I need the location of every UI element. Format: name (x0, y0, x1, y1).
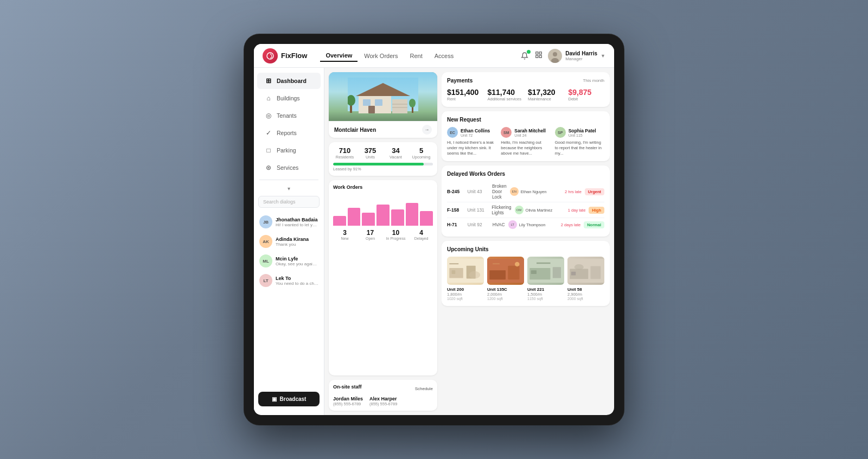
dialog-info: Lek To You need to do a check (276, 276, 318, 286)
stat-units-label: Units (359, 155, 382, 160)
nav-access[interactable]: Access (429, 50, 459, 61)
unit-item[interactable]: Unit 200 1,800/m 1020 sqft (447, 257, 484, 301)
top-nav: FixFlow Overview Work Orders Rent Access (254, 44, 614, 68)
worker-name: Olivia Martinez (526, 208, 553, 213)
requester-unit: Unit 115 (569, 133, 596, 137)
sidebar-item-reports[interactable]: ✓ Reports (257, 125, 321, 141)
staff-card: On-site staff Schedule Jordan Miles (855… (329, 380, 437, 411)
broadcast-label: Broadcast (280, 396, 307, 402)
sidebar-label-services: Services (277, 164, 298, 171)
worker-avatar: OM (515, 206, 524, 214)
requester-info: EC Ethan Collins Unit 72 (447, 127, 496, 138)
unit-name: Unit 200 (447, 287, 484, 292)
sidebar-item-tenants[interactable]: ◎ Tenants (257, 107, 321, 124)
stat-residents-label: Residents (333, 155, 356, 160)
dialog-item[interactable]: AK Adinda Kirana Thank you (254, 232, 324, 251)
unit-image (527, 257, 564, 285)
payment-maintenance: $17,320 Maintenance (528, 88, 564, 101)
chart-bar (376, 205, 390, 226)
dialog-info: Mcin Lyfe Okay, see you again mama (276, 256, 318, 266)
this-month-label: This month (583, 78, 604, 83)
search-dialogs-input[interactable]: Search dialogs (258, 196, 320, 208)
unit-item[interactable]: Unit 221 1,500/m 1150 sqft (527, 257, 564, 301)
sidebar-label-reports: Reports (277, 130, 297, 136)
grid-icon[interactable] (535, 51, 542, 60)
stat-units-value: 375 (359, 146, 382, 155)
worker-info: EN Ethan Nguyen (510, 187, 553, 196)
notification-badge (527, 50, 531, 54)
chart-stat-inprogress: 10 In Progress (384, 229, 407, 240)
nav-rent[interactable]: Rent (404, 50, 427, 61)
stat-upcoming-label: Upcoming (410, 155, 433, 160)
staff-title: On-site staff (333, 384, 362, 390)
chart-stat-new-label: New (333, 237, 356, 240)
requester-unit: Unit 72 (461, 133, 490, 137)
property-arrow-button[interactable]: → (422, 125, 432, 135)
stat-upcoming-value: 5 (410, 146, 433, 155)
lease-bar-fill (333, 163, 424, 165)
payment-debit: $9,875 Debit (569, 88, 605, 101)
payment-services: $11,740 Additional services (488, 88, 524, 101)
svg-rect-4 (539, 55, 541, 58)
broadcast-button[interactable]: ▣ Broadcast (258, 392, 320, 406)
svg-point-32 (515, 262, 520, 267)
nav-right: David Harris Manager ▼ (520, 49, 605, 63)
dialog-item[interactable]: LT Lek To You need to do a check (254, 271, 324, 290)
nav-overview[interactable]: Overview (320, 50, 358, 62)
lease-bar (333, 163, 433, 165)
sidebar: ⊞ Dashboard ⌂ Buildings ◎ Tenants ✓ Repo… (254, 68, 324, 415)
dialog-info: Adinda Kirana Thank you (276, 237, 318, 247)
stat-vacant-value: 34 (384, 146, 407, 155)
staff-member-phone: (855) 555-6789 (333, 401, 363, 406)
requester-info: SP Sophia Patel Unit 115 (555, 127, 604, 138)
chart-stat-new: 3 New (333, 229, 356, 240)
worker-avatar: LT (508, 220, 517, 229)
unit-sqft: 1150 sqft (527, 297, 564, 301)
order-unit: Unit 131 (467, 207, 488, 213)
svg-rect-37 (537, 263, 551, 264)
nav-work-orders[interactable]: Work Orders (359, 50, 403, 61)
dialog-item[interactable]: JB Jhonathan Badaia Hi! I wanted to let … (254, 212, 324, 232)
user-role: Manager (565, 56, 597, 61)
sidebar-item-parking[interactable]: □ Parking (257, 142, 321, 158)
dialog-avatar: JB (259, 215, 272, 228)
order-unit: Unit 92 (468, 222, 489, 227)
schedule-button[interactable]: Schedule (415, 386, 433, 391)
dialog-item[interactable]: ML Mcin Lyfe Okay, see you again mama (254, 251, 324, 271)
staff-members: Jordan Miles (855) 555-6789 Alex Harper … (333, 396, 433, 406)
unit-sqft: 1200 sqft (487, 297, 524, 301)
avatar (548, 49, 562, 63)
dialog-message: You need to do a check (276, 281, 318, 286)
dialog-name: Lek To (276, 276, 318, 281)
svg-rect-26 (449, 264, 458, 265)
user-area[interactable]: David Harris Manager ▼ (548, 49, 605, 63)
unit-item[interactable]: Unit 58 2,900/m 2000 sqft (567, 257, 604, 301)
expand-button[interactable]: ▾ (254, 183, 324, 194)
payment-rent-desc: Rent (447, 97, 483, 101)
unit-name: Unit 58 (567, 287, 604, 292)
dialog-name: Adinda Kirana (276, 237, 318, 242)
upcoming-units-card: Upcoming Units (442, 241, 610, 306)
payments-card: Payments This month $151,400 Rent $11,74… (442, 72, 610, 107)
requests-card: New Request EC Ethan Collins Unit 72 (442, 111, 610, 161)
tablet-frame: FixFlow Overview Work Orders Rent Access (244, 34, 624, 425)
sidebar-item-buildings[interactable]: ⌂ Buildings (257, 90, 321, 106)
logo-icon (263, 48, 278, 63)
unit-item[interactable]: Unit 135C 2,000/m 1200 sqft (487, 257, 524, 301)
priority-badge: Urgent (585, 188, 604, 195)
unit-price: 2,900/m (567, 292, 604, 297)
dialog-avatar: ML (259, 254, 272, 267)
svg-point-42 (575, 264, 584, 270)
chart-bar (420, 211, 433, 226)
lease-label: Leased by 91% (333, 167, 433, 171)
dashboard: Montclair Haven → 710 Residents 3 (324, 68, 614, 415)
bell-icon[interactable] (520, 51, 529, 61)
sidebar-item-dashboard[interactable]: ⊞ Dashboard (257, 73, 321, 89)
sidebar-label-buildings: Buildings (277, 95, 300, 101)
services-icon: ⊛ (265, 164, 272, 171)
svg-rect-15 (368, 106, 375, 113)
stat-vacant-label: Vacant (384, 155, 407, 160)
dialog-list: JB Jhonathan Badaia Hi! I wanted to let … (254, 210, 324, 387)
request-text: Hi, I noticed there's a leak under my ki… (447, 140, 496, 156)
sidebar-item-services[interactable]: ⊛ Services (257, 160, 321, 176)
